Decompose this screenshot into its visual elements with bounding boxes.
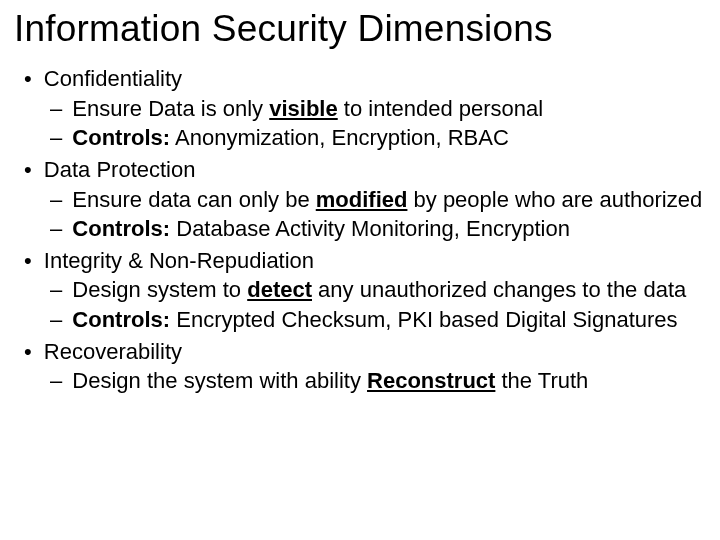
list-item-label: Data Protection — [42, 157, 195, 182]
sub-list: Ensure data can only be modified by peop… — [42, 186, 706, 244]
list-item: ConfidentialityEnsure Data is only visib… — [42, 64, 706, 153]
sub-list-item-text: Controls: Database Activity Monitoring, … — [72, 216, 570, 241]
sub-list-item: Ensure Data is only visible to intended … — [72, 95, 706, 124]
sub-list-item-text: Controls: Anonymization, Encryption, RBA… — [72, 125, 509, 150]
sub-list-item: Design system to detect any unauthorized… — [72, 276, 706, 305]
list-item-label: Integrity & Non-Repudiation — [42, 248, 314, 273]
bullet-list: ConfidentialityEnsure Data is only visib… — [14, 64, 706, 396]
sub-list: Design system to detect any unauthorized… — [42, 276, 706, 334]
list-item: RecoverabilityDesign the system with abi… — [42, 337, 706, 396]
sub-list-item: Design the system with ability Reconstru… — [72, 367, 706, 396]
sub-list-item: Controls: Database Activity Monitoring, … — [72, 215, 706, 244]
sub-list-item: Ensure data can only be modified by peop… — [72, 186, 706, 215]
list-item: Integrity & Non-RepudiationDesign system… — [42, 246, 706, 335]
list-item-label: Confidentiality — [42, 66, 182, 91]
sub-list-item: Controls: Encrypted Checksum, PKI based … — [72, 306, 706, 335]
sub-list-item-text: Ensure Data is only visible to intended … — [72, 96, 543, 121]
sub-list-item-text: Controls: Encrypted Checksum, PKI based … — [72, 307, 678, 332]
sub-list-item-text: Ensure data can only be modified by peop… — [72, 187, 702, 212]
list-item-label: Recoverability — [42, 339, 182, 364]
page-title: Information Security Dimensions — [14, 8, 706, 50]
sub-list: Design the system with ability Reconstru… — [42, 367, 706, 396]
list-item: Data ProtectionEnsure data can only be m… — [42, 155, 706, 244]
sub-list-item-text: Design system to detect any unauthorized… — [72, 277, 686, 302]
sub-list-item: Controls: Anonymization, Encryption, RBA… — [72, 124, 706, 153]
sub-list-item-text: Design the system with ability Reconstru… — [72, 368, 588, 393]
sub-list: Ensure Data is only visible to intended … — [42, 95, 706, 153]
